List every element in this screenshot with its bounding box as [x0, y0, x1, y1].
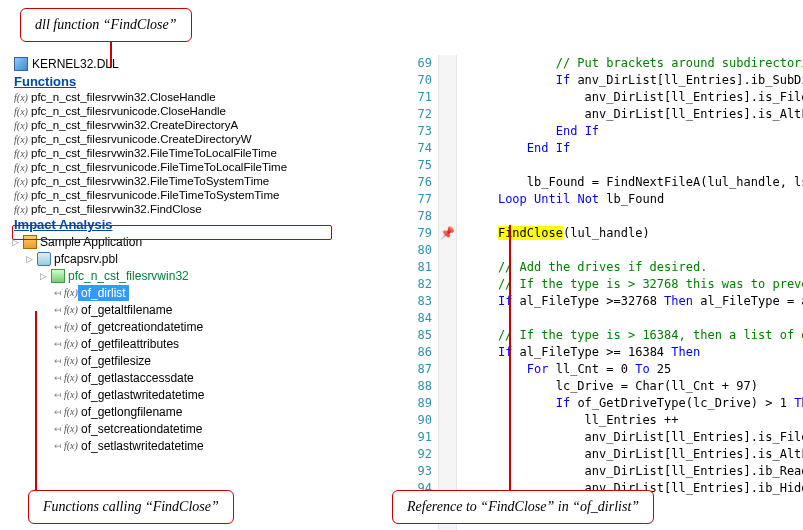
expander-icon[interactable]: ▷: [24, 254, 35, 265]
code-line: End If: [469, 123, 803, 140]
line-number: 84: [395, 310, 432, 327]
function-item[interactable]: pfc_n_cst_filesrvunicode.CloseHandle: [14, 104, 391, 118]
line-number: 89: [395, 395, 432, 412]
fx-icon: [64, 438, 78, 454]
callout-reference: Reference to “FindClose” in “of_dirlist”: [392, 490, 654, 524]
function-item[interactable]: pfc_n_cst_filesrvwin32.FileTimeToLocalFi…: [14, 146, 391, 160]
code-line: If al_FileType >=32768 Then al_FileType …: [469, 293, 803, 310]
marker-blank: [439, 242, 456, 259]
tree-function-item[interactable]: ↤of_getfilesize: [10, 353, 395, 370]
code-line: anv_DirList[ll_Entries].is_FileName = "[…: [469, 89, 803, 106]
tree-fn-label: of_getcreationdatetime: [78, 319, 206, 335]
line-number: 88: [395, 378, 432, 395]
ref-arrow-icon: ↤: [54, 421, 62, 437]
ref-arrow-icon: ↤: [54, 387, 62, 403]
code-line: // Put brackets around subdirectories: [469, 55, 803, 72]
marker-blank: [439, 276, 456, 293]
ref-arrow-icon: ↤: [54, 336, 62, 352]
line-number: 81: [395, 259, 432, 276]
tree-function-item[interactable]: ↤of_dirlist: [10, 285, 395, 302]
function-item[interactable]: pfc_n_cst_filesrvunicode.CreateDirectory…: [14, 132, 391, 146]
code-line: If of_GetDriveType(lc_Drive) > 1 Then: [469, 395, 803, 412]
tree-function-item[interactable]: ↤of_getlastwritedatetime: [10, 387, 395, 404]
function-item[interactable]: pfc_n_cst_filesrvwin32.CreateDirectoryA: [14, 118, 391, 132]
bookmark-pin-icon: 📌: [439, 225, 456, 242]
function-item[interactable]: pfc_n_cst_filesrvwin32.FileTimeToSystemT…: [14, 174, 391, 188]
code-line: anv_DirList[ll_Entries].is_FileName = "[…: [469, 429, 803, 446]
ref-arrow-icon: ↤: [54, 353, 62, 369]
tree-function-item[interactable]: ↤of_getaltfilename: [10, 302, 395, 319]
code-line: For ll_Cnt = 0 To 25: [469, 361, 803, 378]
marker-blank: [439, 412, 456, 429]
marker-blank: [439, 123, 456, 140]
pbl-icon: [37, 252, 51, 266]
code-line: anv_DirList[ll_Entries].is_AltFileName =…: [469, 106, 803, 123]
marker-blank: [439, 429, 456, 446]
tree-function-item[interactable]: ↤of_setlastwritedatetime: [10, 438, 395, 455]
fx-icon: [64, 387, 78, 403]
line-number: 70: [395, 72, 432, 89]
tree-fn-label: of_getfilesize: [78, 353, 154, 369]
functions-heading[interactable]: Functions: [0, 73, 395, 90]
marker-blank: [439, 327, 456, 344]
line-number: 77: [395, 191, 432, 208]
line-number: 86: [395, 344, 432, 361]
tree-fn-label: of_getaltfilename: [78, 302, 175, 318]
marker-blank: [439, 446, 456, 463]
fx-icon: [64, 353, 78, 369]
ref-arrow-icon: ↤: [54, 404, 62, 420]
tree-function-item[interactable]: ↤of_setcreationdatetime: [10, 421, 395, 438]
function-item[interactable]: pfc_n_cst_filesrvunicode.FileTimeToLocal…: [14, 160, 391, 174]
function-item[interactable]: pfc_n_cst_filesrvunicode.FileTimeToSyste…: [14, 188, 391, 202]
line-number: 71: [395, 89, 432, 106]
line-number: 85: [395, 327, 432, 344]
tree-pbl[interactable]: ▷ pfcapsrv.pbl: [10, 251, 395, 268]
marker-blank: [439, 191, 456, 208]
callout-functions-calling: Functions calling “FindClose”: [28, 490, 234, 524]
fx-icon: [14, 162, 28, 173]
expander-icon[interactable]: ▷: [38, 271, 49, 282]
ref-arrow-icon: ↤: [54, 285, 62, 301]
tree-function-item[interactable]: ↤of_getlastaccessdate: [10, 370, 395, 387]
code-line: anv_DirList[ll_Entries].ib_ReadOnly = Fa…: [469, 463, 803, 480]
code-line: If anv_DirList[ll_Entries].ib_SubDirecto…: [469, 72, 803, 89]
tree-fn-label: of_setlastwritedatetime: [78, 438, 207, 454]
fx-icon: [64, 404, 78, 420]
tree-fn-label: of_setcreationdatetime: [78, 421, 205, 437]
functions-list: pfc_n_cst_filesrvwin32.CloseHandle pfc_n…: [0, 90, 395, 216]
line-number: 83: [395, 293, 432, 310]
line-number: 79: [395, 225, 432, 242]
fx-icon: [14, 120, 28, 131]
line-number: 82: [395, 276, 432, 293]
marker-blank: [439, 208, 456, 225]
main-container: KERNEL32.DLL Functions pfc_n_cst_filesrv…: [0, 0, 803, 530]
code-line: anv_DirList[ll_Entries].is_AltFileName =…: [469, 446, 803, 463]
dll-icon: [14, 57, 28, 71]
fx-icon: [14, 106, 28, 117]
line-number: 72: [395, 106, 432, 123]
tree-function-item[interactable]: ↤of_getlongfilename: [10, 404, 395, 421]
tree-fn-label: of_getfileattributes: [78, 336, 182, 352]
ref-arrow-icon: ↤: [54, 438, 62, 454]
line-number-gutter: 6970717273747576777879808182838485868788…: [395, 55, 439, 530]
marker-blank: [439, 395, 456, 412]
dll-name: KERNEL32.DLL: [32, 57, 119, 71]
marker-blank: [439, 55, 456, 72]
line-number: 74: [395, 140, 432, 157]
tree-function-item[interactable]: ↤of_getfileattributes: [10, 336, 395, 353]
marker-blank: [439, 463, 456, 480]
tree-function-item[interactable]: ↤of_getcreationdatetime: [10, 319, 395, 336]
code-line: [469, 208, 803, 225]
fx-icon: [64, 285, 78, 301]
marker-blank: [439, 310, 456, 327]
ref-arrow-icon: ↤: [54, 302, 62, 318]
userobject-icon: [51, 269, 65, 283]
code-line: // If the type is > 32768 this was to pr…: [469, 276, 803, 293]
fx-icon: [14, 190, 28, 201]
function-item[interactable]: pfc_n_cst_filesrvwin32.CloseHandle: [14, 90, 391, 104]
tree-userobject[interactable]: ▷ pfc_n_cst_filesrvwin32: [10, 268, 395, 285]
callout-dll-function: dll function “FindClose”: [20, 8, 192, 42]
tree-fn-label: of_getlongfilename: [78, 404, 185, 420]
code-line: // If the type is > 16384, then a list o…: [469, 327, 803, 344]
function-item[interactable]: pfc_n_cst_filesrvwin32.FindClose: [14, 202, 391, 216]
